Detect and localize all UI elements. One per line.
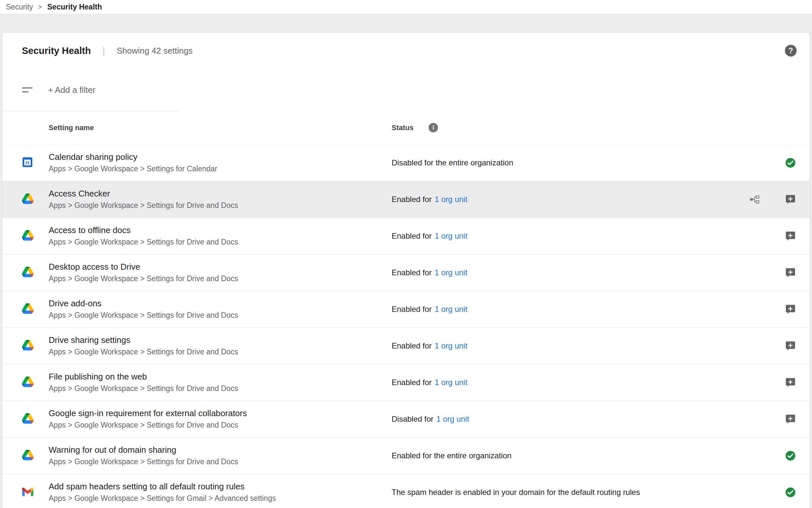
table-row[interactable]: Desktop access to Drive Apps > Google Wo… [2,254,810,291]
status-cell: Enabled for 1 org unit [392,305,785,314]
setting-app-icon-cell [2,450,49,462]
setting-app-icon-cell [2,340,49,352]
setting-path: Apps > Google Workspace > Settings for D… [49,274,392,283]
table-row[interactable]: Access to offline docs Apps > Google Wor… [2,218,810,254]
security-health-card: Security Health | Showing 42 settings ? … [2,33,810,508]
status-text: Enabled for [392,195,432,204]
status-cell: The spam header is enabled in your domai… [392,488,785,497]
status-cell: Enabled for 1 org unit [392,231,785,241]
info-icon[interactable]: i [429,123,438,132]
setting-title: Drive add-ons [49,298,392,308]
recommendation-icon[interactable] [785,414,796,425]
svg-text:31: 31 [25,160,30,165]
org-unit-link[interactable]: 1 org unit [435,231,467,241]
setting-title: Calendar sharing policy [49,152,392,162]
trailing-icons [785,267,810,278]
table-row[interactable]: Access Checker Apps > Google Workspace >… [2,181,810,218]
status-cell: Enabled for 1 org unit [392,195,750,204]
setting-path: Apps > Google Workspace > Settings for D… [49,384,392,393]
check-circle-icon [785,157,796,168]
setting-app-icon-cell [2,487,49,498]
setting-cell: File publishing on the web Apps > Google… [49,372,392,393]
setting-cell: Access to offline docs Apps > Google Wor… [49,225,392,247]
setting-path: Apps > Google Workspace > Settings for D… [49,421,392,429]
trailing-icons [750,194,810,205]
recommendation-icon[interactable] [785,267,796,278]
org-units-icon [750,195,759,204]
status-cell: Disabled for the entire organization [392,158,785,167]
status-cell: Enabled for the entire organization [392,451,785,460]
setting-cell: Add spam headers setting to all default … [49,481,392,503]
status-text: The spam header is enabled in your domai… [392,488,640,497]
setting-path: Apps > Google Workspace > Settings for G… [49,494,392,503]
gmail-icon [22,487,34,498]
setting-app-icon-cell: 31 [2,157,49,169]
org-unit-link[interactable]: 1 org unit [436,415,469,424]
recommendation-icon[interactable] [785,304,796,315]
title-separator: | [103,46,105,56]
settings-count: Showing 42 settings [116,46,193,56]
trailing-icons [785,450,810,461]
table-header: Setting name Status i [2,111,810,144]
add-filter-button[interactable]: + Add a filter [48,85,95,95]
breadcrumb-separator-icon: > [38,3,42,11]
drive-icon [22,413,34,425]
table-body: 31 Calendar sharing policy Apps > Google… [2,144,810,508]
status-text: Enabled for [392,268,432,277]
drive-icon [22,303,34,315]
trailing-icons [785,230,810,242]
setting-app-icon-cell [2,194,49,205]
setting-cell: Drive add-ons Apps > Google Workspace > … [49,298,392,320]
calendar-icon: 31 [22,157,33,169]
setting-path: Apps > Google Workspace > Settings for D… [49,457,392,466]
recommendation-icon[interactable] [785,230,796,242]
status-text: Enabled for [392,378,432,387]
status-text: Disabled for [392,415,433,424]
setting-app-icon-cell [2,377,49,388]
trailing-icons [785,340,810,351]
trailing-icons [785,377,810,388]
org-unit-link[interactable]: 1 org unit [435,341,467,350]
drive-icon [22,230,34,242]
column-header-status: Status i [392,123,810,132]
setting-title: Drive sharing settings [49,335,392,345]
help-icon[interactable]: ? [785,45,797,56]
setting-app-icon-cell [2,267,49,279]
org-unit-link[interactable]: 1 org unit [435,378,467,387]
page-title: Security Health [22,45,91,56]
recommendation-icon[interactable] [785,194,796,205]
setting-cell: Google sign-in requirement for external … [49,408,392,429]
recommendation-icon[interactable] [785,340,796,351]
breadcrumb-security-health: Security Health [47,3,102,11]
org-unit-link[interactable]: 1 org unit [435,195,467,204]
filter-icon[interactable] [22,86,33,93]
table-row[interactable]: Drive add-ons Apps > Google Workspace > … [2,291,810,328]
setting-path: Apps > Google Workspace > Settings for C… [49,164,392,173]
setting-cell: Warning for out of domain sharing Apps >… [49,445,392,466]
table-row[interactable]: Warning for out of domain sharing Apps >… [2,437,810,474]
drive-icon [22,194,34,205]
table-row[interactable]: Google sign-in requirement for external … [2,401,810,437]
setting-app-icon-cell [2,230,49,242]
setting-title: Warning for out of domain sharing [49,445,392,455]
org-unit-link[interactable]: 1 org unit [435,268,467,277]
setting-cell: Drive sharing settings Apps > Google Wor… [49,335,392,356]
org-unit-link[interactable]: 1 org unit [435,305,467,314]
setting-path: Apps > Google Workspace > Settings for D… [49,347,392,356]
setting-title: Access Checker [49,188,392,199]
breadcrumb-security[interactable]: Security [6,3,33,11]
table-row[interactable]: 31 Calendar sharing policy Apps > Google… [2,144,810,181]
table-row[interactable]: Drive sharing settings Apps > Google Wor… [2,328,810,364]
table-row[interactable]: Add spam headers setting to all default … [2,474,810,508]
status-cell: Disabled for 1 org unit [392,415,785,424]
setting-app-icon-cell [2,413,49,425]
table-row[interactable]: File publishing on the web Apps > Google… [2,364,810,401]
filter-divider [2,111,179,111]
recommendation-icon[interactable] [785,377,796,388]
setting-app-icon-cell [2,303,49,315]
drive-icon [22,340,34,352]
setting-title: Desktop access to Drive [49,262,392,272]
status-text: Enabled for [392,341,432,350]
check-circle-icon [785,487,796,498]
drive-icon [22,267,34,279]
